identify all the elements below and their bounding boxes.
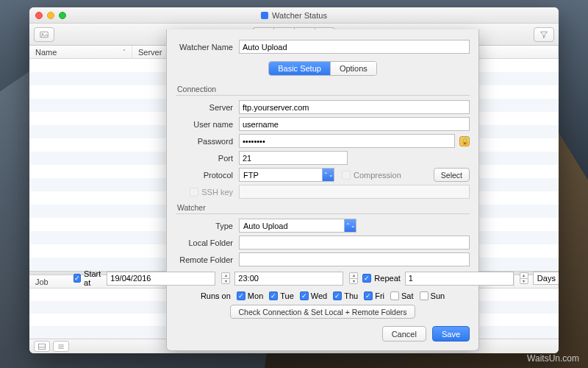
day-label: Tue (280, 291, 294, 300)
remote-folder-label: Remote Folder (176, 255, 239, 264)
username-input[interactable] (239, 117, 470, 131)
day-label: Mon (248, 291, 263, 300)
column-server-label: Server (138, 48, 162, 57)
password-label: Password (176, 137, 239, 146)
day-checkbox[interactable] (420, 291, 429, 300)
filter-icon (539, 30, 548, 39)
date-stepper[interactable]: ▴▾ (221, 272, 230, 284)
day-label: Sat (401, 291, 414, 300)
split-toggle-button[interactable] (53, 341, 69, 352)
layout-icon (37, 342, 46, 351)
split-icon (57, 342, 65, 351)
sshkey-checkbox (190, 188, 198, 197)
layout-toggle-button[interactable] (34, 341, 50, 352)
day-label: Fri (375, 291, 384, 300)
filter-button[interactable] (534, 27, 554, 42)
watcher-name-label: Watcher Name (176, 43, 239, 52)
tab-options[interactable]: Options (330, 62, 376, 75)
type-label: Type (176, 222, 239, 230)
local-folder-label: Local Folder (176, 238, 239, 247)
day-sun[interactable]: Sun (420, 291, 445, 300)
runs-on-row: Runs on ✓Mon✓Tue✓Wed✓Thu✓FriSatSun (176, 291, 470, 300)
titlebar: Watcher Status (29, 7, 559, 24)
day-tue[interactable]: ✓Tue (269, 291, 294, 300)
repeat-label: Repeat (374, 274, 400, 283)
watcher-edit-sheet: Watcher Name Basic Setup Options Connect… (166, 29, 479, 351)
watcher-section-title: Watcher (177, 203, 470, 212)
day-checkbox[interactable]: ✓ (300, 291, 309, 300)
sshkey-label: SSH key (201, 188, 233, 197)
day-checkbox[interactable]: ✓ (333, 291, 342, 300)
server-label: Server (176, 103, 239, 112)
runs-on-label: Runs on (201, 291, 231, 300)
port-input[interactable] (239, 151, 348, 165)
app-window: Watcher Status (29, 7, 559, 353)
chevron-updown-icon: ⌃⌄ (344, 219, 356, 232)
start-at-checkbox[interactable]: ✓ (74, 274, 81, 283)
day-mon[interactable]: ✓Mon (237, 291, 263, 300)
start-date-input[interactable] (107, 272, 215, 286)
start-at-label: Start at (84, 269, 102, 287)
window-title: Watcher Status (272, 11, 327, 20)
server-input[interactable] (239, 100, 470, 114)
sshkey-input (239, 185, 470, 199)
type-value: Auto Upload (240, 222, 292, 230)
tab-basic-setup[interactable]: Basic Setup (269, 62, 330, 75)
save-button[interactable]: Save (432, 326, 470, 342)
protocol-value: FTP (240, 171, 262, 180)
chevron-updown-icon: ⌃⌄ (322, 169, 334, 181)
column-job-label: Job (35, 277, 49, 286)
day-label: Wed (311, 291, 327, 300)
connection-section-title: Connection (177, 85, 470, 93)
remote-folder-input[interactable] (239, 252, 470, 266)
compression-checkbox (342, 171, 351, 180)
gallery-icon (40, 30, 49, 39)
repeat-stepper[interactable]: ▴▾ (520, 272, 528, 284)
app-icon (261, 12, 268, 19)
repeat-value-input[interactable] (405, 272, 514, 286)
lock-icon[interactable]: 🔒 (459, 136, 470, 146)
column-name-label: Name (35, 48, 57, 57)
repeat-unit-value: Days (534, 274, 559, 283)
day-thu[interactable]: ✓Thu (333, 291, 358, 300)
day-checkbox[interactable] (390, 291, 399, 300)
sort-indicator-icon: ˄ (123, 49, 126, 55)
day-checkbox[interactable]: ✓ (237, 291, 245, 300)
password-input[interactable] (239, 134, 455, 148)
local-folder-input[interactable] (239, 236, 470, 250)
day-label: Sun (431, 291, 445, 300)
watermark: WaitsUn.com (527, 353, 579, 364)
svg-rect-5 (39, 344, 46, 350)
cancel-button[interactable]: Cancel (382, 326, 426, 342)
day-wed[interactable]: ✓Wed (300, 291, 327, 300)
select-button[interactable]: Select (434, 168, 470, 182)
protocol-label: Protocol (176, 171, 239, 180)
start-time-input[interactable] (234, 272, 343, 286)
protocol-combo[interactable]: FTP ⌃⌄ (239, 168, 334, 182)
divider (176, 213, 470, 214)
day-fri[interactable]: ✓Fri (364, 291, 384, 300)
gallery-button[interactable] (34, 27, 54, 42)
column-name[interactable]: Name ˄ (29, 46, 132, 58)
time-stepper[interactable]: ▴▾ (349, 272, 358, 284)
check-connection-button[interactable]: Check Connection & Set Local + Remote Fo… (230, 305, 415, 319)
type-combo[interactable]: Auto Upload ⌃⌄ (239, 219, 356, 233)
day-checkbox[interactable]: ✓ (269, 291, 278, 300)
username-label: User name (176, 120, 239, 129)
divider (176, 95, 470, 96)
compression-label: Compression (354, 171, 401, 180)
sheet-tabs: Basic Setup Options (268, 61, 377, 76)
day-checkbox[interactable]: ✓ (364, 291, 373, 300)
watcher-name-input[interactable] (239, 40, 470, 54)
repeat-checkbox[interactable]: ✓ (362, 274, 371, 283)
day-sat[interactable]: Sat (390, 291, 414, 300)
repeat-unit-combo[interactable]: Days ⌃⌄ (533, 272, 559, 285)
day-label: Thu (344, 291, 358, 300)
port-label: Port (176, 154, 239, 163)
